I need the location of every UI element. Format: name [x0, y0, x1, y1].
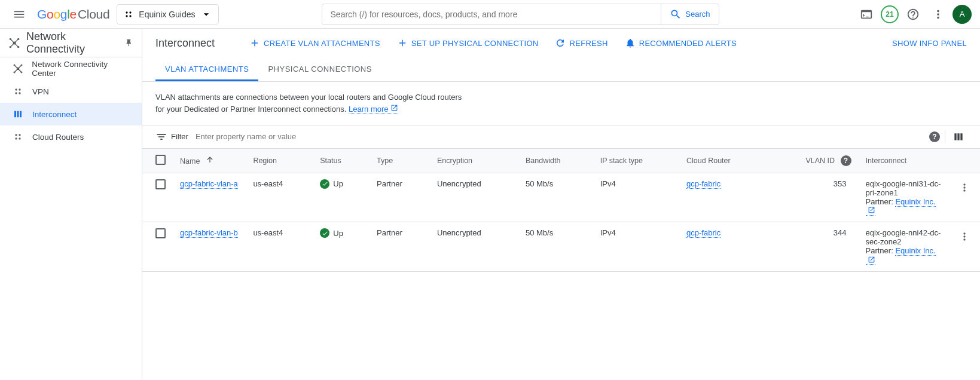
vlanid-help-icon[interactable]: ?	[841, 155, 851, 166]
external-link-icon	[868, 256, 875, 263]
vpn-icon	[12, 86, 24, 97]
cell-type: Partner	[370, 222, 430, 272]
network-connectivity-icon	[8, 36, 20, 50]
select-all-checkbox[interactable]	[155, 155, 166, 165]
row-more-icon[interactable]	[956, 179, 973, 196]
external-link-icon	[868, 206, 875, 214]
bell-icon	[625, 38, 636, 48]
status-ok-icon	[320, 228, 329, 238]
search-button[interactable]: Search	[661, 4, 718, 24]
col-vlanid[interactable]: VLAN ID ?	[768, 149, 859, 173]
interconnect-icon	[12, 109, 24, 119]
sidebar-item-interconnect[interactable]: Interconnect	[0, 103, 142, 125]
google-cloud-logo[interactable]: Google Cloud	[37, 7, 109, 22]
col-ipstack[interactable]: IP stack type	[593, 149, 679, 173]
show-info-panel-button[interactable]: SHOW INFO PANEL	[892, 39, 967, 48]
add-icon	[397, 38, 408, 48]
more-icon[interactable]	[927, 4, 949, 25]
col-interconnect[interactable]: Interconnect	[859, 149, 949, 173]
cell-region: us-east4	[246, 222, 313, 272]
external-link-icon	[390, 104, 398, 112]
project-name: Equinix Guides	[139, 10, 195, 19]
create-vlan-button[interactable]: CREATE VLAN ATTACHMENTS	[249, 38, 380, 48]
sidebar-item-label: Cloud Routers	[32, 133, 84, 142]
help-icon[interactable]	[902, 4, 924, 25]
col-encryption[interactable]: Encryption	[430, 149, 518, 173]
trial-badge[interactable]: 21	[881, 5, 899, 23]
refresh-icon	[555, 38, 566, 48]
filter-help-icon[interactable]: ?	[929, 131, 940, 142]
avatar[interactable]: A	[952, 5, 972, 24]
cell-interconnect: eqix-google-nni42-dc-sec-zone2	[866, 228, 942, 246]
pin-icon[interactable]	[124, 38, 133, 48]
table-row: gcp-fabric-vlan-b us-east4 Up Partner Un…	[142, 222, 980, 272]
col-type[interactable]: Type	[370, 149, 430, 173]
col-router[interactable]: Cloud Router	[679, 149, 768, 173]
row-more-icon[interactable]	[956, 228, 973, 245]
learn-more-link[interactable]: Learn more	[349, 105, 398, 114]
cloud-router-link[interactable]: gcp-fabric	[686, 228, 721, 238]
tab-vlan-attachments[interactable]: VLAN ATTACHMENTS	[155, 57, 258, 81]
partner-label: Partner:	[866, 246, 896, 255]
cell-vlanid: 353	[768, 173, 859, 222]
tab-physical-connections[interactable]: PHYSICAL CONNECTIONS	[258, 57, 381, 81]
cell-status: Up	[320, 179, 362, 189]
cell-encryption: Unencrypted	[430, 173, 518, 222]
description: VLAN attachments are connections between…	[142, 82, 477, 125]
cell-region: us-east4	[246, 173, 313, 222]
sidebar-title: Network Connectivity	[26, 30, 118, 56]
refresh-button[interactable]: REFRESH	[555, 38, 607, 48]
sidebar-item-vpn[interactable]: VPN	[0, 80, 142, 103]
attachment-name-link[interactable]: gcp-fabric-vlan-a	[180, 179, 238, 189]
col-region[interactable]: Region	[246, 149, 313, 173]
columns-icon[interactable]	[950, 128, 967, 145]
partner-label: Partner:	[866, 197, 896, 206]
vlan-table: Name Region Status Type Encryption Bandw…	[142, 149, 980, 272]
project-picker[interactable]: Equinix Guides	[117, 4, 218, 24]
search-bar: Search	[322, 4, 719, 25]
add-icon	[249, 38, 260, 48]
cell-interconnect: eqix-google-nni31-dc-pri-zone1	[866, 179, 942, 197]
cell-vlanid: 344	[768, 222, 859, 272]
sidebar-item-ncc[interactable]: Network Connectivity Center	[0, 57, 142, 80]
cell-ipstack: IPv4	[593, 173, 679, 222]
page-title: Interconnect	[155, 37, 215, 50]
router-icon	[12, 131, 24, 142]
sidebar-item-label: Network Connectivity Center	[32, 60, 130, 78]
cell-bandwidth: 50 Mb/s	[518, 173, 593, 222]
cell-ipstack: IPv4	[593, 222, 679, 272]
sidebar-item-cloud-routers[interactable]: Cloud Routers	[0, 125, 142, 148]
filter-icon	[155, 131, 167, 143]
cell-bandwidth: 50 Mb/s	[518, 222, 593, 272]
dropdown-icon	[200, 8, 212, 20]
col-bandwidth[interactable]: Bandwidth	[518, 149, 593, 173]
filter-input[interactable]	[194, 131, 929, 142]
menu-icon[interactable]	[8, 4, 30, 25]
filter-label: Filter	[171, 132, 188, 141]
col-name[interactable]: Name	[173, 149, 246, 173]
recommended-alerts-button[interactable]: RECOMMENDED ALERTS	[625, 38, 737, 48]
sidebar-item-label: Interconnect	[32, 110, 77, 119]
sort-asc-icon	[206, 155, 214, 164]
search-icon	[670, 8, 682, 20]
table-row: gcp-fabric-vlan-a us-east4 Up Partner Un…	[142, 173, 980, 222]
cell-encryption: Unencrypted	[430, 222, 518, 272]
cell-status: Up	[320, 228, 362, 238]
search-input[interactable]	[322, 4, 661, 24]
row-checkbox[interactable]	[155, 179, 166, 189]
col-status[interactable]: Status	[313, 149, 370, 173]
sidebar-item-label: VPN	[32, 87, 49, 96]
attachment-name-link[interactable]: gcp-fabric-vlan-b	[180, 228, 238, 238]
cloud-router-link[interactable]: gcp-fabric	[686, 179, 721, 189]
setup-physical-button[interactable]: SET UP PHYSICAL CONNECTION	[397, 38, 539, 48]
ncc-icon	[12, 63, 23, 74]
cell-type: Partner	[370, 173, 430, 222]
project-icon	[123, 9, 134, 20]
cloud-shell-icon[interactable]	[856, 4, 877, 25]
status-ok-icon	[320, 179, 329, 189]
row-checkbox[interactable]	[155, 228, 166, 238]
sidebar-header: Network Connectivity	[0, 29, 142, 57]
